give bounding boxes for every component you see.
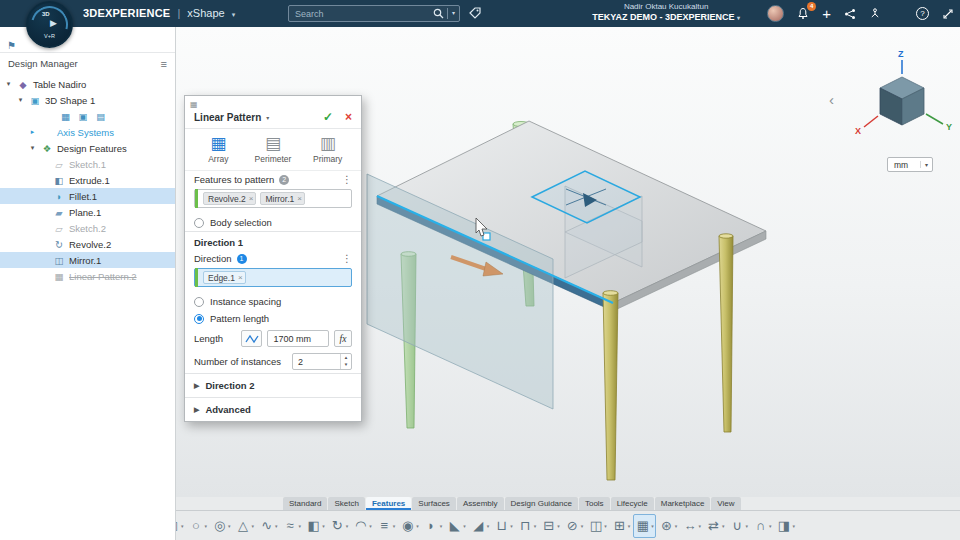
hamburger-menu-icon[interactable]: ≡ (161, 58, 167, 70)
instance-spacing-option[interactable]: Instance spacing (185, 293, 361, 310)
chevron-down-icon[interactable]: ▾ (722, 523, 725, 529)
chevron-down-icon[interactable]: ▾ (322, 523, 325, 529)
chevron-down-icon[interactable]: ▾ (205, 523, 208, 529)
tool-cylinder[interactable]: ◎ ▾ (210, 514, 233, 538)
tree-item-table-nadiro[interactable]: ▾ ◆ Table Nadiro (0, 76, 175, 92)
tree-item-3d-shape-1[interactable]: ▾ ▣ 3D Shape 1 (0, 92, 175, 108)
body-selection-row[interactable]: Body selection (185, 214, 361, 231)
mode-perimeter[interactable]: ▤ Perimeter (246, 134, 301, 164)
chevron-down-icon[interactable]: ▾ (299, 523, 302, 529)
chevron-down-icon[interactable]: ▾ (416, 523, 419, 529)
tree-expander-icon[interactable]: ▸ (28, 128, 37, 136)
chevron-down-icon[interactable]: ▾ (275, 523, 278, 529)
tool-linear-pattern[interactable]: ▦ ▾ (633, 514, 656, 538)
features-selection-field[interactable]: Revolve.2 × Mirror.1 × (194, 189, 352, 208)
tree-item-sketch-2[interactable]: ▱ Sketch.2 (0, 220, 175, 236)
chevron-down-icon[interactable]: ▾ (745, 523, 748, 529)
cancel-button[interactable]: × (345, 110, 352, 124)
tool-move[interactable]: ⇄ ▾ (704, 514, 727, 538)
add-content-button[interactable]: + (822, 5, 831, 22)
chevron-down-icon[interactable]: ▾ (463, 523, 466, 529)
tool-trim[interactable]: ⊘ ▾ (563, 514, 586, 538)
formula-button[interactable]: fx (334, 330, 352, 347)
3ds-compass-logo[interactable]: 3D ▶ V+R (26, 1, 73, 48)
chevron-down-icon[interactable]: ▾ (228, 523, 231, 529)
tool-loft[interactable]: ◠ ▾ (351, 514, 374, 538)
tool-scale[interactable]: ↔ ▾ (680, 514, 703, 538)
tree-expander-icon[interactable]: ▾ (28, 144, 37, 152)
help-button[interactable]: ? (916, 7, 929, 20)
tab-assembly[interactable]: Assembly (457, 497, 504, 510)
tree-expander-icon[interactable]: ▾ (16, 96, 25, 104)
tool-chamfer[interactable]: ◣ ▾ (445, 514, 468, 538)
tool-sphere[interactable]: ○ ▾ (187, 514, 210, 538)
tab-standard[interactable]: Standard (283, 497, 327, 510)
chevron-down-icon[interactable]: ▾ (181, 523, 184, 529)
chevron-down-icon[interactable]: ▾ (487, 523, 490, 529)
chevron-down-icon[interactable]: ▾ (675, 523, 678, 529)
tab-surfaces[interactable]: Surfaces (412, 497, 456, 510)
chevron-down-icon[interactable]: ▾ (651, 523, 654, 529)
panel-collapse-chevron-icon[interactable]: ‹ (829, 93, 834, 107)
tree-item-revolve-2[interactable]: ↻ Revolve.2 (0, 236, 175, 252)
stepper-arrows[interactable]: ▲ ▼ (340, 354, 351, 369)
units-dropdown[interactable]: mm ▾ (887, 157, 933, 172)
chevron-down-icon[interactable]: ▾ (698, 523, 701, 529)
tree-item-design-features[interactable]: ▾ ❖ Design Features (0, 140, 175, 156)
search-options-chevron-icon[interactable]: ▾ (447, 8, 455, 19)
tool-fillet[interactable]: ◗ ▾ (422, 514, 445, 538)
mode-primary[interactable]: ▥ Primary (300, 134, 355, 164)
tool-helix[interactable]: ≈ ▾ (281, 514, 304, 538)
tree-item-plane-1[interactable]: ▰ Plane.1 (0, 204, 175, 220)
chevron-down-icon[interactable]: ▾ (534, 523, 537, 529)
chevron-down-icon[interactable]: ▾ (557, 523, 560, 529)
tree-item-sketch-1[interactable]: ▱ Sketch.1 (0, 156, 175, 172)
chevron-down-icon[interactable]: ▾ (510, 523, 513, 529)
tab-design-guidance[interactable]: Design Guidance (505, 497, 578, 510)
tool-convert[interactable]: ◨ ▾ (774, 514, 797, 538)
apps-branch-button[interactable] (869, 8, 881, 20)
tab-view[interactable]: View (711, 497, 740, 510)
tree-item-mirror-1[interactable]: ◫ Mirror.1 (0, 252, 175, 268)
tab-tools[interactable]: Tools (579, 497, 610, 510)
direction-2-section[interactable]: ▶ Direction 2 (185, 373, 361, 397)
stepper-down-icon[interactable]: ▼ (344, 362, 348, 368)
notifications-button[interactable]: 4 (797, 7, 809, 20)
chevron-down-icon[interactable]: ▾ (266, 114, 269, 121)
tab-marketplace[interactable]: Marketplace (655, 497, 711, 510)
tree-item-extrude-1[interactable]: ◧ Extrude.1 (0, 172, 175, 188)
chevron-down-icon[interactable]: ▾ (792, 523, 795, 529)
tool-thickness[interactable]: ⊓ ▾ (516, 514, 539, 538)
mode-array[interactable]: ▦ Array (191, 134, 246, 164)
tool-intersect[interactable]: ∩ ▾ (751, 514, 774, 538)
leg-right[interactable] (719, 234, 733, 432)
tag-icon[interactable] (468, 6, 482, 20)
tool-circular-pattern[interactable]: ⊛ ▾ (657, 514, 680, 538)
search-input[interactable] (289, 9, 433, 19)
body-selection-toggle[interactable] (194, 218, 204, 228)
tenant-selector[interactable]: TEKYAZ DEMO - 3DEXPERIENCE ▾ (592, 12, 740, 23)
chevron-down-icon[interactable]: ▾ (369, 523, 372, 529)
chevron-down-icon[interactable]: ▾ (628, 523, 631, 529)
instance-spacing-radio[interactable] (194, 297, 204, 307)
chip-close-icon[interactable]: × (238, 273, 243, 282)
tool-sweep[interactable]: ∿ ▾ (257, 514, 280, 538)
brand[interactable]: 3DEXPERIENCE | xShape ▾ (83, 7, 235, 19)
tool-mirror[interactable]: ◫ ▾ (586, 514, 609, 538)
chevron-down-icon[interactable]: ▾ (346, 523, 349, 529)
avatar[interactable] (767, 5, 784, 22)
tab-features[interactable]: Features (366, 497, 411, 510)
chevron-down-icon[interactable]: ▾ (769, 523, 772, 529)
chevron-down-icon[interactable]: ▾ (393, 523, 396, 529)
tool-extrude[interactable]: ◧ ▾ (304, 514, 327, 538)
chip-close-icon[interactable]: × (297, 194, 302, 203)
share-button[interactable] (844, 8, 856, 20)
tool-offset[interactable]: ⊞ ▾ (610, 514, 633, 538)
tree-expander-icon[interactable]: ▾ (4, 80, 13, 88)
pattern-length-option[interactable]: Pattern length (185, 310, 361, 327)
tree-item-representations[interactable]: ▦ ▣ ▤ (0, 108, 175, 124)
tab-sketch[interactable]: Sketch (328, 497, 364, 510)
tool-revolve[interactable]: ↻ ▾ (328, 514, 351, 538)
tool-union[interactable]: ∪ ▾ (727, 514, 750, 538)
tool-rib[interactable]: ≡ ▾ (375, 514, 398, 538)
